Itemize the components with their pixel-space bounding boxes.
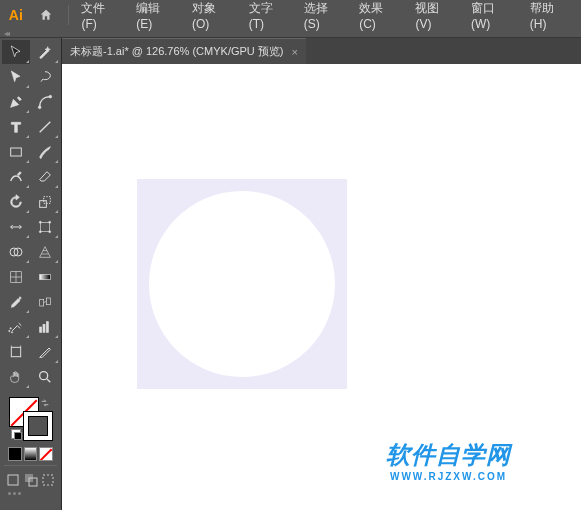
watermark: 软件自学网 WWW.RJZXW.COM — [386, 439, 511, 482]
menu-edit[interactable]: 编辑(E) — [129, 0, 183, 30]
screen-mode-icon[interactable] — [4, 492, 24, 500]
direct-selection-tool[interactable] — [2, 65, 30, 89]
canvas[interactable]: 软件自学网 WWW.RJZXW.COM — [62, 64, 581, 510]
menu-view[interactable]: 视图(V) — [408, 0, 462, 30]
svg-point-9 — [39, 231, 41, 233]
panel-collapse-handle[interactable]: ◂◂ — [0, 30, 581, 38]
svg-point-7 — [39, 221, 41, 223]
circle-shape — [149, 191, 335, 377]
mesh-tool[interactable] — [2, 265, 30, 289]
svg-rect-18 — [46, 298, 50, 305]
brush-tool[interactable] — [31, 140, 59, 164]
svg-line-19 — [44, 301, 47, 302]
color-mode-gradient[interactable] — [24, 447, 38, 461]
svg-rect-31 — [8, 475, 18, 485]
free-transform-tool[interactable] — [31, 215, 59, 239]
scale-tool[interactable] — [31, 190, 59, 214]
svg-rect-23 — [40, 327, 42, 332]
tools-panel — [0, 38, 62, 510]
svg-point-20 — [10, 328, 11, 329]
lasso-tool[interactable] — [31, 65, 59, 89]
svg-point-1 — [49, 95, 52, 98]
stroke-color-swatch[interactable] — [23, 411, 53, 441]
eraser-tool[interactable] — [31, 165, 59, 189]
svg-point-0 — [38, 106, 41, 109]
draw-mode-behind[interactable] — [22, 470, 40, 490]
curvature-tool[interactable] — [31, 90, 59, 114]
watermark-en: WWW.RJZXW.COM — [386, 471, 511, 482]
menu-file[interactable]: 文件(F) — [74, 0, 127, 30]
blend-tool[interactable] — [31, 290, 59, 314]
watermark-cn: 软件自学网 — [386, 439, 511, 471]
menu-effect[interactable]: 效果(C) — [352, 0, 406, 30]
symbol-sprayer-tool[interactable] — [2, 315, 30, 339]
color-picker-area — [2, 393, 59, 504]
workspace: 未标题-1.ai* @ 126.76% (CMYK/GPU 预览) × 软件自学… — [62, 38, 581, 510]
menu-help[interactable]: 帮助(H) — [523, 0, 577, 30]
rotate-tool[interactable] — [2, 190, 30, 214]
gradient-tool[interactable] — [31, 265, 59, 289]
slice-tool[interactable] — [31, 340, 59, 364]
pen-tool[interactable] — [2, 90, 30, 114]
svg-rect-4 — [40, 201, 47, 208]
line-tool[interactable] — [31, 115, 59, 139]
menu-select[interactable]: 选择(S) — [297, 0, 351, 30]
svg-rect-24 — [43, 324, 45, 332]
swap-colors-icon[interactable] — [40, 398, 50, 408]
type-tool[interactable] — [2, 115, 30, 139]
svg-line-2 — [40, 122, 51, 133]
eyedropper-tool[interactable] — [2, 290, 30, 314]
graph-tool[interactable] — [31, 315, 59, 339]
menu-divider — [68, 5, 69, 25]
svg-rect-3 — [11, 148, 22, 156]
menu-window[interactable]: 窗口(W) — [464, 0, 521, 30]
draw-mode-inside[interactable] — [39, 470, 57, 490]
color-mode-none[interactable] — [39, 447, 53, 461]
draw-mode-normal[interactable] — [4, 470, 22, 490]
shaper-tool[interactable] — [2, 165, 30, 189]
svg-rect-5 — [44, 197, 51, 204]
document-tab-bar: 未标题-1.ai* @ 126.76% (CMYK/GPU 预览) × — [62, 38, 581, 64]
artboard-tool[interactable] — [2, 340, 30, 364]
rectangle-tool[interactable] — [2, 140, 30, 164]
svg-rect-16 — [40, 274, 51, 279]
app-logo: Ai — [4, 5, 28, 25]
default-colors-icon[interactable] — [11, 429, 21, 439]
hand-tool[interactable] — [2, 365, 30, 389]
magic-wand-tool[interactable] — [31, 40, 59, 64]
document-tab[interactable]: 未标题-1.ai* @ 126.76% (CMYK/GPU 预览) × — [62, 38, 306, 64]
document-tab-title: 未标题-1.ai* @ 126.76% (CMYK/GPU 预览) — [70, 44, 284, 59]
artboard-rect — [137, 179, 347, 389]
svg-point-10 — [49, 231, 51, 233]
svg-rect-17 — [40, 299, 44, 306]
svg-point-22 — [9, 330, 10, 331]
zoom-tool[interactable] — [31, 365, 59, 389]
selection-tool[interactable] — [2, 40, 30, 64]
svg-rect-34 — [43, 475, 53, 485]
svg-rect-25 — [46, 322, 48, 333]
perspective-tool[interactable] — [31, 240, 59, 264]
svg-point-21 — [11, 332, 12, 333]
menu-bar: Ai 文件(F) 编辑(E) 对象(O) 文字(T) 选择(S) 效果(C) 视… — [0, 0, 581, 30]
close-icon[interactable]: × — [292, 46, 298, 58]
svg-point-29 — [40, 372, 48, 380]
svg-rect-6 — [40, 222, 49, 231]
shape-builder-tool[interactable] — [2, 240, 30, 264]
width-tool[interactable] — [2, 215, 30, 239]
svg-point-8 — [49, 221, 51, 223]
home-icon[interactable] — [36, 5, 56, 25]
menu-type[interactable]: 文字(T) — [242, 0, 295, 30]
svg-line-30 — [47, 379, 50, 382]
color-mode-solid[interactable] — [8, 447, 22, 461]
svg-rect-26 — [11, 347, 20, 356]
menu-object[interactable]: 对象(O) — [185, 0, 240, 30]
